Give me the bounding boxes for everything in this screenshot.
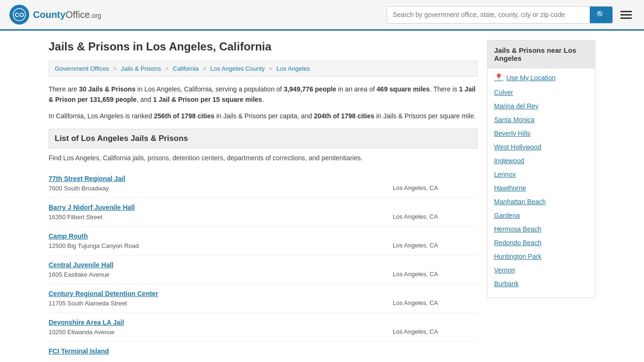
table-row: 77th Street Regional Jail 7600 South Bro… — [49, 169, 478, 197]
nearby-city-link[interactable]: Santa Monica — [494, 115, 588, 125]
sidebar-box: Jails & Prisons near Los Angeles 📍 Use M… — [487, 40, 595, 298]
section-description: Find Los Angeles, California jails, pris… — [49, 154, 478, 162]
nearby-city-link[interactable]: Hawthorne — [494, 183, 588, 193]
main-content: Jails & Prisons in Los Angeles, Californ… — [49, 40, 478, 362]
per-sq-bold: 1 Jail & Prison per 15 square miles — [153, 96, 262, 103]
logo-text: CountyOffice.org — [33, 9, 101, 20]
main-container: Jails & Prisons in Los Angeles, Californ… — [39, 31, 605, 362]
jail-address: 12500 Big Tujunga Canyon Road — [49, 242, 139, 249]
nearby-city-link[interactable]: Beverly Hills — [494, 129, 588, 139]
jail-city: Los Angeles, CA — [393, 204, 478, 220]
jail-address: 16350 Filbert Street — [49, 214, 102, 221]
jail-address: 1605 Eastlake Avenue — [49, 271, 109, 278]
population-bold: 3,949,776 people — [284, 85, 336, 93]
nearby-city-link[interactable]: Culver — [494, 88, 588, 98]
nearby-city-link[interactable]: Lennox — [494, 170, 588, 180]
entity-bold: Jails & Prisons — [88, 85, 135, 93]
use-location-button[interactable]: 📍 Use My Location — [494, 73, 588, 82]
sidebar-title: Jails & Prisons near Los Angeles — [487, 41, 595, 68]
svg-text:CO: CO — [15, 11, 24, 18]
jail-city — [393, 347, 478, 357]
sidebar: Jails & Prisons near Los Angeles 📍 Use M… — [487, 40, 595, 362]
jail-name-link[interactable]: Devonshire Area LA Jail — [49, 319, 393, 326]
jail-name-link[interactable]: 77th Street Regional Jail — [49, 175, 393, 182]
jail-city: Los Angeles, CA — [393, 232, 478, 249]
search-input[interactable] — [387, 7, 590, 22]
table-row: Century Regional Detention Center 11705 … — [49, 284, 478, 313]
page-title: Jails & Prisons in Los Angeles, Californ… — [49, 40, 478, 53]
sidebar-content: 📍 Use My Location CulverMarina del ReySa… — [487, 68, 595, 297]
rank-area-bold: 204th of 1798 cities — [314, 112, 374, 120]
search-bar: 🔍 — [387, 6, 613, 24]
nearby-city-link[interactable]: Redondo Beach — [494, 238, 588, 248]
jail-name-link[interactable]: Central Juvenile Hall — [49, 261, 393, 269]
table-row: Barry J Nidorf Juvenile Hall 16350 Filbe… — [49, 197, 478, 226]
search-button[interactable]: 🔍 — [590, 7, 612, 23]
breadcrumb-california[interactable]: California — [173, 65, 198, 72]
jail-name-link[interactable]: Barry J Nidorf Juvenile Hall — [49, 204, 393, 211]
jail-name-link[interactable]: Camp Routh — [49, 232, 393, 240]
rank-capita-bold: 256th of 1798 cities — [154, 112, 214, 120]
nearby-city-link[interactable]: Huntington Park — [494, 252, 588, 262]
jail-address: 11705 South Alameda Street — [49, 300, 127, 307]
use-location-label: Use My Location — [506, 74, 555, 82]
nearby-city-link[interactable]: Inglewood — [494, 156, 588, 166]
count-bold: 30 — [79, 85, 87, 93]
breadcrumb-la-city[interactable]: Los Angeles — [277, 65, 310, 72]
logo-icon: CO — [9, 5, 29, 25]
breadcrumb-la-county[interactable]: Los Angeles County — [210, 65, 265, 72]
jail-city: Los Angeles, CA — [393, 319, 478, 335]
nearby-city-link[interactable]: West Hollywood — [494, 142, 588, 152]
jail-city: Los Angeles, CA — [393, 290, 478, 306]
list-section-header: List of Los Angeles Jails & Prisons — [49, 129, 478, 148]
area-bold: 469 square miles — [377, 85, 430, 93]
jail-address: 7600 South Broadway — [49, 185, 109, 192]
nearby-city-link[interactable]: Manhattan Beach — [494, 197, 588, 207]
menu-button[interactable] — [618, 8, 635, 22]
jail-city: Los Angeles, CA — [393, 261, 478, 278]
jail-city: Los Angeles, CA — [393, 175, 478, 191]
table-row: FCI Terminal Island — [49, 341, 478, 362]
nearby-city-link[interactable]: Marina del Rey — [494, 101, 588, 111]
site-header: CO CountyOffice.org 🔍 — [0, 0, 644, 31]
jail-list: 77th Street Regional Jail 7600 South Bro… — [49, 169, 478, 362]
rank-paragraph: In California, Los Angeles is ranked 256… — [49, 111, 478, 121]
table-row: Camp Routh 12500 Big Tujunga Canyon Road… — [49, 226, 478, 255]
location-text: Los Angeles, California — [144, 85, 212, 93]
nearby-locations-list: CulverMarina del ReySanta MonicaBeverly … — [494, 88, 588, 289]
jail-address: 10250 Etiwanda Avenue — [49, 329, 115, 336]
breadcrumb-jails-prisons[interactable]: Jails & Prisons — [121, 65, 161, 72]
nearby-city-link[interactable]: Vernon — [494, 265, 588, 275]
nearby-city-link[interactable]: Gardena — [494, 211, 588, 221]
jail-name-link[interactable]: FCI Terminal Island — [49, 347, 393, 355]
stats-paragraph: There are 30 Jails & Prisons in Los Ange… — [49, 84, 478, 105]
nearby-city-link[interactable]: Burbank — [494, 279, 588, 289]
location-pin-icon: 📍 — [494, 73, 504, 82]
nearby-city-link[interactable]: Hermosa Beach — [494, 224, 588, 234]
logo-area: CO CountyOffice.org — [9, 5, 101, 25]
table-row: Central Juvenile Hall 1605 Eastlake Aven… — [49, 255, 478, 284]
breadcrumb: Government Offices > Jails & Prisons > C… — [49, 61, 478, 76]
header-right: 🔍 — [387, 6, 635, 24]
jail-name-link[interactable]: Century Regional Detention Center — [49, 290, 393, 297]
table-row: Devonshire Area LA Jail 10250 Etiwanda A… — [49, 313, 478, 341]
breadcrumb-gov-offices[interactable]: Government Offices — [55, 65, 109, 72]
